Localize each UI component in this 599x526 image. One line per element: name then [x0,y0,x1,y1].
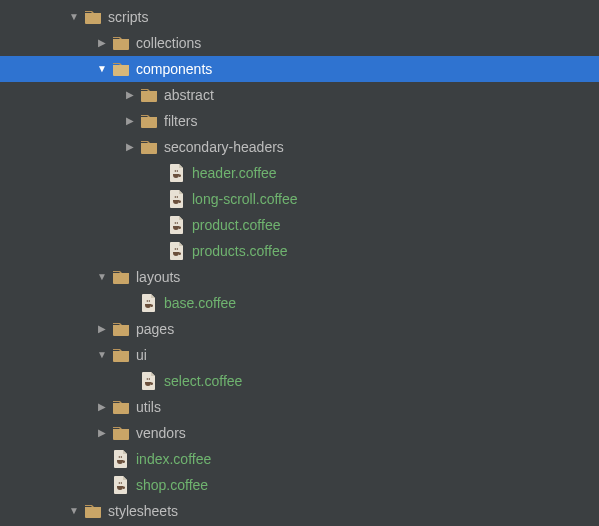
tree-row[interactable]: ▶ secondary-headers [0,134,599,160]
tree-item-label: header.coffee [192,160,277,186]
tree-row[interactable]: ▼ scripts [0,4,599,30]
disclosure-down-icon[interactable]: ▼ [96,56,108,82]
tree-item-label: pages [136,316,174,342]
tree-row[interactable]: ▼ layouts [0,264,599,290]
coffee-file-icon [140,372,158,390]
tree-row[interactable]: ▶ abstract [0,82,599,108]
coffee-file-icon [168,164,186,182]
tree-row[interactable]: ▼ ui [0,342,599,368]
tree-row[interactable]: ▶ index.coffee [0,446,599,472]
tree-row[interactable]: ▶ base.coffee [0,290,599,316]
folder-icon [112,60,130,78]
tree-row[interactable]: ▶ utils [0,394,599,420]
tree-item-label: stylesheets [108,498,178,524]
tree-item-label: components [136,56,212,82]
tree-item-label: index.coffee [136,446,211,472]
folder-icon [140,138,158,156]
tree-item-label: product.coffee [192,212,280,238]
tree-item-label: utils [136,394,161,420]
disclosure-right-icon[interactable]: ▶ [96,394,108,420]
tree-item-label: secondary-headers [164,134,284,160]
tree-row[interactable]: ▶ pages [0,316,599,342]
tree-row[interactable]: ▶ product.coffee [0,212,599,238]
tree-row[interactable]: ▶ header.coffee [0,160,599,186]
file-tree: ▼ scripts▶ collections▼ components▶ abst… [0,0,599,526]
coffee-file-icon [168,216,186,234]
tree-row[interactable]: ▶ vendors [0,420,599,446]
tree-row[interactable]: ▼ components [0,56,599,82]
coffee-file-icon [140,294,158,312]
folder-icon [84,8,102,26]
folder-icon [112,346,130,364]
coffee-file-icon [112,476,130,494]
tree-item-label: scripts [108,4,148,30]
tree-item-label: long-scroll.coffee [192,186,298,212]
disclosure-right-icon[interactable]: ▶ [96,420,108,446]
disclosure-right-icon[interactable]: ▶ [96,316,108,342]
tree-row[interactable]: ▶ long-scroll.coffee [0,186,599,212]
disclosure-down-icon[interactable]: ▼ [96,342,108,368]
tree-item-label: shop.coffee [136,472,208,498]
tree-row[interactable]: ▶ select.coffee [0,368,599,394]
tree-item-label: collections [136,30,201,56]
folder-icon [140,112,158,130]
coffee-file-icon [168,190,186,208]
tree-item-label: layouts [136,264,180,290]
disclosure-down-icon[interactable]: ▼ [68,498,80,524]
disclosure-right-icon[interactable]: ▶ [124,82,136,108]
coffee-file-icon [112,450,130,468]
folder-icon [112,424,130,442]
tree-item-label: products.coffee [192,238,287,264]
disclosure-down-icon[interactable]: ▼ [68,4,80,30]
folder-icon [112,320,130,338]
tree-row[interactable]: ▶ products.coffee [0,238,599,264]
tree-item-label: filters [164,108,197,134]
disclosure-down-icon[interactable]: ▼ [96,264,108,290]
tree-item-label: abstract [164,82,214,108]
tree-item-label: select.coffee [164,368,242,394]
folder-icon [112,34,130,52]
tree-item-label: base.coffee [164,290,236,316]
tree-item-label: vendors [136,420,186,446]
tree-item-label: ui [136,342,147,368]
tree-row[interactable]: ▶ shop.coffee [0,472,599,498]
folder-icon [84,502,102,520]
tree-row[interactable]: ▶ filters [0,108,599,134]
folder-icon [112,398,130,416]
folder-icon [140,86,158,104]
tree-row[interactable]: ▼ stylesheets [0,498,599,524]
disclosure-right-icon[interactable]: ▶ [96,30,108,56]
tree-row[interactable]: ▶ collections [0,30,599,56]
coffee-file-icon [168,242,186,260]
disclosure-right-icon[interactable]: ▶ [124,134,136,160]
disclosure-right-icon[interactable]: ▶ [124,108,136,134]
folder-icon [112,268,130,286]
